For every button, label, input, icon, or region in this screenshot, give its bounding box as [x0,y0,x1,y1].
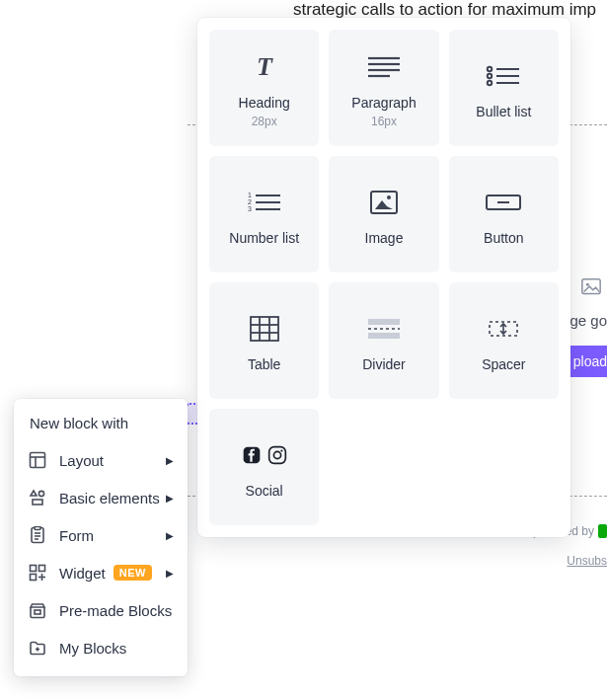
element-bullet-list[interactable]: Bullet list [449,30,559,146]
element-label: Table [248,356,280,372]
number-list-icon: 123 [245,183,284,222]
svg-text:2: 2 [248,198,252,205]
bullet-list-icon [484,56,523,96]
background-text: strategic calls to action for maximum im… [293,0,596,20]
svg-point-9 [488,74,492,78]
menu-item-label: My Blocks [59,640,126,657]
table-icon [249,309,280,349]
svg-point-42 [38,491,43,496]
element-label: Paragraph [351,95,416,111]
svg-rect-35 [268,447,285,464]
upload-button-fragment[interactable]: pload [566,346,607,377]
image-placeholder-icon [579,276,607,300]
element-label: Spacer [482,356,525,372]
svg-rect-54 [35,610,40,614]
element-spacer[interactable]: Spacer [449,282,559,399]
element-label: Bullet list [476,104,531,119]
svg-point-11 [488,81,492,85]
menu-item-label: Basic elements [59,490,160,506]
menu-item-premade-blocks[interactable]: Pre-made Blocks [14,591,188,629]
element-paragraph[interactable]: Paragraph 16px [329,30,438,146]
svg-point-37 [280,450,282,452]
chevron-right-icon: ▶ [166,455,174,466]
element-divider[interactable]: Divider [329,282,438,399]
unsubscribe-link-fragment[interactable]: Unsubs [567,554,607,568]
svg-rect-43 [33,500,42,505]
element-button[interactable]: Button [449,156,559,272]
widget-icon [28,563,47,583]
svg-rect-29 [368,319,400,325]
menu-item-form[interactable]: Form ▶ [14,516,188,554]
element-number-list[interactable]: 123 Number list [209,156,319,272]
svg-rect-24 [251,317,278,341]
svg-marker-20 [375,200,393,209]
element-social[interactable]: Social [209,409,319,525]
menu-item-widget[interactable]: Widget NEW ▶ [14,554,188,591]
form-icon [28,525,47,545]
chevron-right-icon: ▶ [166,530,174,541]
svg-text:1: 1 [248,192,252,198]
menu-item-my-blocks[interactable]: My Blocks [14,629,188,666]
image-icon [369,183,399,222]
svg-rect-51 [31,575,37,581]
element-label: Image [365,230,404,246]
menu-item-label: Pre-made Blocks [59,602,172,619]
svg-rect-19 [371,192,397,213]
element-label: Social [246,483,283,499]
chevron-right-icon: ▶ [166,568,174,579]
menu-item-label: Widget [59,565,106,582]
premade-icon [28,600,47,620]
element-label: Button [484,230,523,246]
element-sub: 16px [371,115,397,128]
svg-point-7 [488,67,492,71]
svg-marker-41 [31,491,37,496]
menu-item-basic-elements[interactable]: Basic elements ▶ [14,479,188,516]
spacer-icon [484,309,523,349]
menu-item-layout[interactable]: Layout ▶ [14,441,188,479]
new-badge: NEW [114,565,152,581]
element-image[interactable]: Image [329,156,438,272]
paragraph-icon [364,47,404,87]
svg-rect-38 [31,453,45,468]
shapes-icon [28,488,47,507]
element-table[interactable]: Table [209,282,319,399]
svg-point-1 [586,283,589,286]
element-heading[interactable]: T Heading 28px [209,30,319,146]
divider-icon [364,309,404,349]
svg-point-21 [387,195,391,199]
element-sub: 28px [252,115,277,128]
svg-rect-50 [39,566,45,572]
svg-rect-49 [31,566,37,572]
chevron-right-icon: ▶ [166,493,174,504]
svg-text:T: T [257,53,273,81]
element-label: Divider [362,356,406,372]
element-label: Number list [229,230,299,246]
svg-rect-45 [35,527,40,530]
social-icon [242,435,287,475]
new-block-menu: New block with Layout ▶ Basic elements ▶… [14,399,188,676]
heading-icon: T [248,47,281,87]
svg-point-36 [273,451,280,458]
menu-title: New block with [14,415,188,441]
menu-item-label: Form [59,527,94,544]
brand-badge-icon [598,524,607,538]
menu-item-label: Layout [59,452,104,469]
folder-add-icon [28,638,47,658]
layout-icon [28,450,47,470]
element-label: Heading [239,95,290,111]
button-icon [484,183,523,222]
block-elements-panel: T Heading 28px Paragraph 16px Bullet lis… [197,18,570,537]
svg-text:3: 3 [248,205,252,212]
svg-rect-31 [368,333,400,339]
